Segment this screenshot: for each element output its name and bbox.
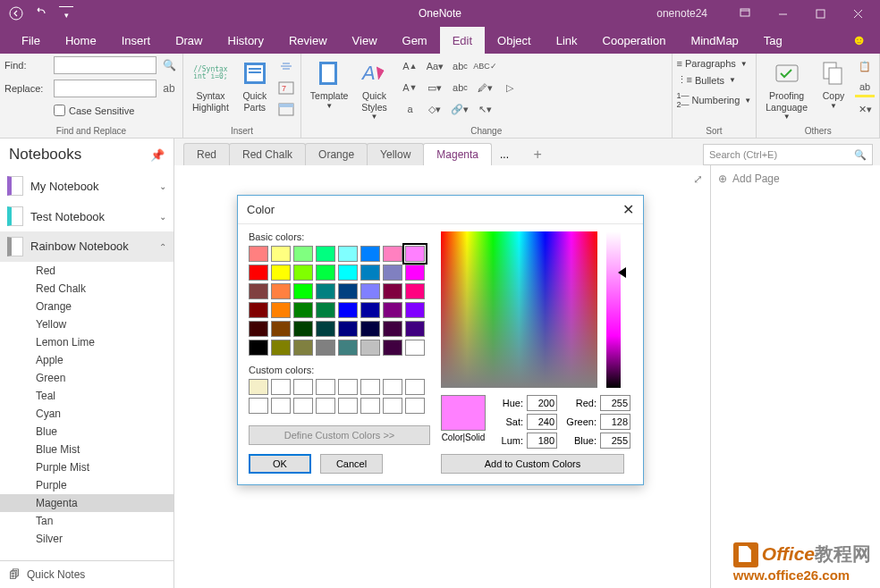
add-section-button[interactable]: + [527,144,548,165]
dialog-close-icon[interactable]: ✕ [622,201,634,218]
date-icon[interactable]: 7 [276,78,296,97]
feedback-icon[interactable]: ☻ [851,32,867,48]
menu-tag[interactable]: Tag [751,27,795,54]
custom-swatch[interactable] [316,398,335,414]
undo-icon[interactable] [34,6,48,21]
page-item[interactable]: Red [0,262,173,280]
basic-swatch[interactable] [293,265,313,281]
spellcheck-icon[interactable]: ABC✓ [475,56,495,76]
basic-swatch[interactable] [405,321,425,337]
basic-swatch[interactable] [338,302,358,318]
increase-font-icon[interactable]: A▲ [400,56,419,76]
basic-swatch[interactable] [360,265,380,281]
basic-swatch[interactable] [338,283,358,299]
menu-insert[interactable]: Insert [109,27,164,54]
basic-swatch[interactable] [316,265,335,281]
page-item[interactable]: Orange [0,298,173,315]
ribbon-display-icon[interactable] [727,0,763,27]
basic-swatch[interactable] [360,283,380,299]
find-input[interactable] [54,56,157,74]
basic-swatch[interactable] [360,321,380,337]
basic-swatch[interactable] [316,321,335,337]
menu-review[interactable]: Review [276,27,340,54]
tab-magenta[interactable]: Magenta [423,143,492,165]
paste-icon[interactable]: 📋 [855,56,875,76]
lum-input[interactable] [527,433,557,449]
basic-swatch[interactable] [383,302,402,318]
horizontal-line-icon[interactable] [276,56,296,76]
basic-swatch[interactable] [249,283,268,299]
page-item[interactable]: Silver [0,530,173,548]
hue-input[interactable] [527,395,557,411]
color-gradient-picker[interactable] [441,231,597,388]
superscript-icon[interactable]: abc [450,56,470,76]
ok-button[interactable]: OK [249,454,311,474]
basic-swatch[interactable] [316,246,335,262]
quick-parts-button[interactable]: Quick Parts [236,56,274,115]
basic-swatch[interactable] [271,246,291,262]
basic-swatch[interactable] [293,283,313,299]
subscript-icon[interactable]: abc [450,78,470,97]
custom-swatch[interactable] [338,379,358,395]
basic-swatch[interactable] [249,321,268,337]
paragraphs-button[interactable]: ≡Paragraphs▼ [677,58,752,69]
red-input[interactable] [600,395,630,411]
basic-swatch[interactable] [338,265,358,281]
custom-swatch[interactable] [360,398,380,414]
basic-swatch[interactable] [383,340,402,356]
close-icon[interactable] [840,0,876,27]
menu-draw[interactable]: Draw [163,27,215,54]
custom-swatch[interactable] [338,398,358,414]
basic-swatch[interactable] [249,340,268,356]
pin-icon[interactable]: 📌 [150,148,165,162]
notebook-rainbow[interactable]: Rainbow Notebook ⌃ [0,231,173,262]
custom-swatch[interactable] [316,379,335,395]
page-item[interactable]: Teal [0,387,173,405]
highlight-icon[interactable]: 🖉▾ [475,78,495,97]
basic-swatch[interactable] [249,246,268,262]
page-item[interactable]: Apple [0,351,173,369]
font-dropdown-icon[interactable]: Aa▾ [425,56,444,76]
luminance-bar[interactable] [606,231,621,388]
notebook-test[interactable]: Test Notebook ⌄ [0,201,173,231]
back-icon[interactable] [9,6,23,21]
basic-swatch[interactable] [360,302,380,318]
add-to-custom-button[interactable]: Add to Custom Colors [441,454,624,474]
custom-swatch[interactable] [383,379,402,395]
copy-button[interactable]: Copy▼ [815,56,852,113]
basic-swatch[interactable] [405,340,425,356]
quick-styles-button[interactable]: A Quick Styles▼ [355,56,393,124]
cancel-button[interactable]: Cancel [320,454,383,474]
page-item[interactable]: Purple [0,476,173,494]
menu-history[interactable]: History [216,27,276,54]
tab-orange[interactable]: Orange [305,143,368,165]
blue-input[interactable] [600,433,630,449]
menu-gem[interactable]: Gem [390,27,440,54]
custom-swatch[interactable] [271,379,291,395]
custom-swatch[interactable] [405,379,425,395]
basic-swatch[interactable] [405,246,425,262]
menu-edit[interactable]: Edit [440,27,485,54]
highlight-color-icon[interactable]: ab [855,78,875,97]
basic-swatch[interactable] [316,283,335,299]
luminance-pointer[interactable] [618,267,626,278]
sat-input[interactable] [527,414,557,430]
replace-one-icon[interactable]: ab [159,80,179,97]
expand-icon[interactable]: ⤢ [693,172,703,186]
basic-swatch[interactable] [383,246,402,262]
basic-swatch[interactable] [293,340,313,356]
custom-swatch[interactable] [293,379,313,395]
proofing-button[interactable]: Proofing Language▼ [761,56,812,124]
custom-swatch[interactable] [360,379,380,395]
basic-swatch[interactable] [383,265,402,281]
bullets-button[interactable]: ⋮≡Bullets▼ [677,74,752,86]
notebook-my[interactable]: My Notebook ⌄ [0,171,173,201]
cursor-icon[interactable]: ↖▾ [475,99,495,119]
custom-swatch[interactable] [249,379,268,395]
add-page-button[interactable]: ⊕ Add Page [718,172,873,185]
case-icon[interactable]: a [400,99,419,119]
tab-yellow[interactable]: Yellow [367,143,424,165]
shape-icon[interactable]: ◇▾ [425,99,444,119]
basic-swatch[interactable] [338,321,358,337]
custom-swatch[interactable] [383,398,402,414]
